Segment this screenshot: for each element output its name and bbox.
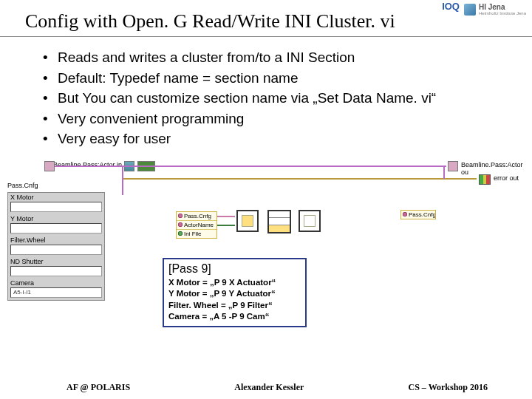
field-input[interactable]: [10, 266, 102, 276]
field-input[interactable]: [10, 223, 102, 233]
cluster-in-port-icon: [44, 161, 55, 171]
field-label: Camera: [8, 279, 104, 287]
logo-hi-jena: HI Jena Helmholtz Institute Jena: [464, 3, 526, 16]
header-logos: IOQ HI Jena Helmholtz Institute Jena: [442, 3, 526, 16]
cluster-out-port-icon: [448, 161, 458, 171]
bullet-item: Default: Typedef name = section name: [43, 68, 502, 89]
subvi-icon: [236, 210, 259, 232]
logo-hi-text: HI Jena: [479, 3, 526, 11]
footer: AF @ POLARIS Alexander Kessler CS – Work…: [0, 382, 532, 393]
bundle-node: Pass.Cnfg: [400, 210, 436, 219]
footer-left: AF @ POLARIS: [66, 382, 130, 393]
subvi-icon: [267, 210, 291, 233]
error-cluster-icon: [479, 174, 491, 185]
bullet-item: Reads and writes a cluster from/to a INI…: [43, 47, 502, 68]
logo-mark-icon: [464, 4, 476, 16]
node-row-label: Ini File: [184, 231, 202, 237]
logo-hi-sub: Helmholtz Institute Jena: [479, 11, 526, 16]
bullet-item: Very easy for user: [43, 129, 502, 149]
wire: [122, 166, 123, 195]
field-label: X Motor: [8, 193, 104, 201]
footer-center: Alexander Kessler: [234, 382, 304, 393]
cluster-panel-label: Pass.Cnfg: [7, 182, 38, 189]
field-label: Y Motor: [8, 214, 104, 222]
wire: [55, 166, 446, 167]
field-input[interactable]: [10, 245, 102, 255]
node-row-label: Pass.Cnfg: [409, 211, 435, 218]
labview-diagram: Beamline.Pass:Actor in Beamline.Pass:Act…: [0, 158, 532, 343]
field-input[interactable]: A5-I-I1: [10, 287, 102, 298]
node-row-label: ActorName: [184, 222, 214, 228]
in-port-label: Beamline.Pass:Actor in: [53, 161, 122, 168]
ini-line: X Motor = „P 9 X Actuator“: [168, 277, 301, 289]
out-port-label: Beamline.Pass:Actor ou: [461, 161, 532, 176]
logo-ioq: IOQ: [442, 1, 460, 12]
ini-example-box: [Pass 9] X Motor = „P 9 X Actuator“ Y Mo…: [163, 258, 307, 327]
ini-line: Y Motor = „P 9 Y Actuator“: [168, 288, 301, 300]
error-out-label: error out: [494, 174, 519, 182]
footer-right: CS – Workshop 2016: [409, 382, 488, 393]
cluster-panel: X Motor Y Motor Filter.Wheel ND Shutter …: [7, 192, 105, 301]
wire: [122, 178, 477, 180]
node-row-label: Pass.Cnfg: [184, 213, 211, 219]
bullet-item: But You can customize section name via „…: [43, 88, 502, 109]
ini-line: Camera = „A 5 -P 9 Cam“: [168, 311, 301, 323]
field-label: Filter.Wheel: [8, 236, 104, 244]
field-label: ND Shutter: [8, 257, 104, 265]
ini-section: [Pass 9]: [168, 262, 301, 276]
field-input[interactable]: [10, 202, 102, 212]
bullet-item: Very convenient programming: [43, 109, 502, 129]
ini-line: Filter. Wheel = „P 9 Filter“: [168, 300, 301, 312]
wire: [443, 166, 445, 179]
subvi-icon: [299, 210, 321, 232]
unbundle-node: Pass.Cnfg ActorName Ini File: [176, 211, 217, 239]
bullet-list: Reads and writes a cluster from/to a INI…: [0, 37, 532, 155]
